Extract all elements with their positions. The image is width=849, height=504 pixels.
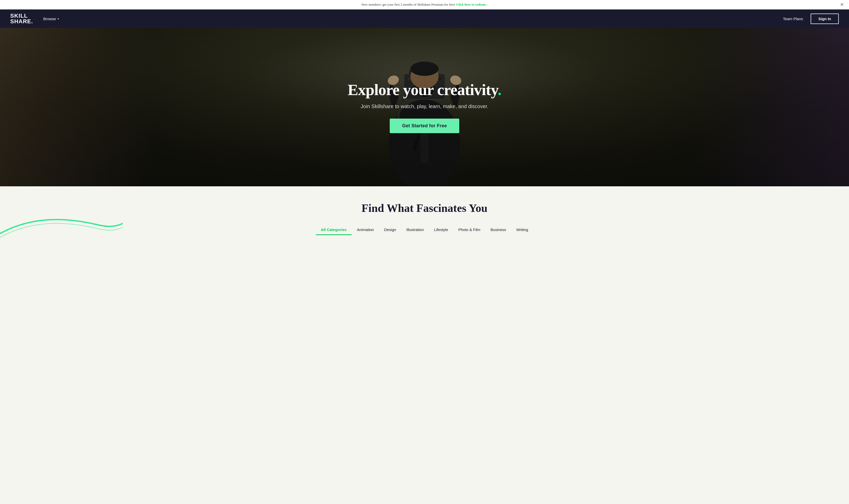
hero-subtitle: Join Skillshare to watch, play, learn, m… [348,104,501,109]
category-item-lifestyle[interactable]: Lifestyle [429,225,453,235]
sign-in-button[interactable]: Sign In [811,14,839,24]
category-item-design[interactable]: Design [379,225,401,235]
category-item-all-categories[interactable]: All Categories [316,225,352,235]
category-item-photo---film[interactable]: Photo & Film [453,225,485,235]
category-item-writing[interactable]: Writing [511,225,533,235]
cta-get-started-button[interactable]: Get Started for Free [390,119,459,133]
hero-title-dot: . [498,81,501,98]
category-item-illustration[interactable]: Illustration [401,225,429,235]
nav-right: Team Plans Sign In [783,14,839,24]
hero-section: Explore your creativity. Join Skillshare… [0,28,849,186]
logo[interactable]: SKILL SHARE. [10,13,33,24]
team-plans-link[interactable]: Team Plans [783,17,803,21]
announcement-banner: New members: get your first 2 months of … [0,0,849,10]
banner-text: New members: get your first 2 months of … [361,3,455,6]
logo-text: SKILL SHARE. [10,13,33,24]
categories-section-title: Find What Fascinates You [10,202,839,215]
categories-section: Find What Fascinates You All CategoriesA… [0,186,849,245]
categories-nav: All CategoriesAnimationDesignIllustratio… [10,225,839,235]
banner-cta-link[interactable]: Click here to redeem › [456,3,488,6]
banner-close-button[interactable]: ✕ [840,2,844,7]
browse-button[interactable]: Browse ▾ [43,17,59,21]
hero-content: Explore your creativity. Join Skillshare… [342,76,506,138]
chevron-down-icon: ▾ [57,17,59,20]
navbar: SKILL SHARE. Browse ▾ Team Plans Sign In [0,10,849,28]
category-item-business[interactable]: Business [485,225,511,235]
category-item-animation[interactable]: Animation [352,225,379,235]
hero-title: Explore your creativity. [348,81,501,98]
